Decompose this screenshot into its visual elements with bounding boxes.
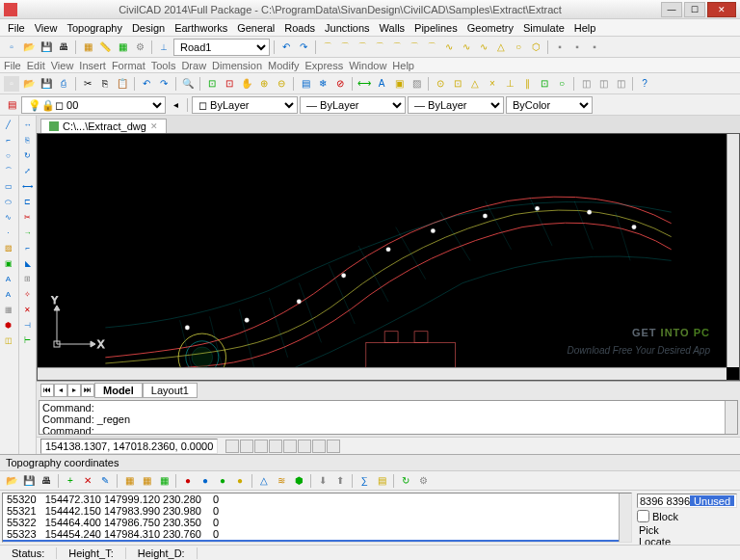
polyline-icon[interactable]: ⌐ — [1, 133, 15, 147]
command-window[interactable]: Command: Command: _regen Command: — [39, 400, 738, 435]
road-icon[interactable]: ⟂ — [156, 40, 172, 55]
coord-row-selected[interactable]: 55325 154459.630 147998.840 230.580 0 — [3, 540, 631, 543]
spline-icon[interactable]: ∿ — [1, 210, 15, 225]
surf-icon[interactable]: ⬢ — [1, 318, 15, 333]
table-icon[interactable]: ▦ — [1, 303, 15, 317]
curve9-icon[interactable]: ∿ — [459, 40, 474, 55]
lwt-toggle[interactable] — [312, 440, 326, 453]
rotate-icon[interactable]: ↻ — [20, 148, 35, 163]
osnap-toggle[interactable] — [283, 440, 297, 453]
curve4-icon[interactable]: ⌒ — [372, 40, 387, 55]
menu-roads[interactable]: Roads — [280, 21, 319, 35]
offset-icon[interactable]: ⊏ — [20, 195, 35, 209]
misc2-icon[interactable]: ▪ — [569, 40, 585, 55]
mtext-icon[interactable]: A — [1, 287, 15, 302]
snap6-icon[interactable]: ∥ — [519, 76, 535, 92]
curve5-icon[interactable]: ⌒ — [389, 40, 405, 55]
plotstyle-dropdown[interactable]: ByColor — [506, 96, 593, 114]
break-icon[interactable]: ⊣ — [20, 318, 35, 333]
view3d-icon[interactable]: ◫ — [578, 76, 594, 92]
mirror-icon[interactable]: ⟷ — [20, 179, 35, 194]
wire-icon[interactable]: ◫ — [613, 76, 628, 92]
copy2-icon[interactable]: ⎘ — [20, 133, 35, 147]
submenu-dimension[interactable]: Dimension — [212, 60, 262, 71]
menu-pipelines[interactable]: Pipelines — [410, 21, 462, 35]
print-icon[interactable]: 🖶 — [56, 40, 71, 55]
tab-nav-last[interactable]: ⏭ — [81, 384, 94, 397]
topo-pt3-icon[interactable]: ● — [215, 473, 230, 489]
document-tab[interactable]: C:\...\Extract_dwg ✕ — [40, 119, 167, 133]
coord-row[interactable]: 55322 154464.400 147986.750 230.350 0 — [3, 517, 631, 528]
rect-icon[interactable]: ▭ — [1, 179, 15, 194]
topo-pt4-icon[interactable]: ● — [232, 473, 248, 489]
coord-row[interactable]: 55321 154442.150 147983.990 230.980 0 — [3, 505, 631, 517]
region-icon[interactable]: ▣ — [1, 256, 15, 271]
cmd-pick[interactable]: Pick — [637, 524, 737, 536]
snap1-icon[interactable]: ⊙ — [433, 76, 448, 92]
copy-icon[interactable]: ⎘ — [97, 76, 113, 92]
curve1-icon[interactable]: ⌒ — [320, 40, 335, 55]
topo-import-icon[interactable]: ⬇ — [315, 473, 330, 489]
otrack-toggle[interactable] — [298, 440, 311, 453]
curve3-icon[interactable]: ⌒ — [355, 40, 370, 55]
submenu-edit[interactable]: Edit — [27, 60, 45, 71]
misc3-icon[interactable]: ▪ — [587, 40, 602, 55]
topo-contour-icon[interactable]: ≋ — [274, 473, 289, 489]
zoom-in-icon[interactable]: ⊕ — [256, 76, 272, 92]
menu-junctions[interactable]: Junctions — [321, 21, 373, 35]
viewport-v-scrollbar[interactable] — [727, 134, 739, 367]
dim-icon[interactable]: ⟷ — [357, 76, 372, 92]
move-icon[interactable]: ↔ — [20, 118, 35, 132]
lineweight-dropdown[interactable]: — ByLayer — [408, 96, 504, 114]
ortho-toggle[interactable] — [254, 440, 268, 453]
layers-icon[interactable]: ▦ — [80, 40, 95, 55]
topo-add-icon[interactable]: + — [63, 473, 78, 489]
curve2-icon[interactable]: ⌒ — [337, 40, 353, 55]
snap4-icon[interactable]: × — [485, 76, 500, 92]
drawing-viewport[interactable]: X Y GET INTO PC Download Free Your Desir… — [37, 133, 740, 381]
arc-icon[interactable]: ⌒ — [1, 164, 15, 178]
grid-icon[interactable]: ▦ — [115, 40, 130, 55]
linetype-dropdown[interactable]: — ByLayer — [300, 96, 406, 114]
array-icon[interactable]: ⊞ — [20, 272, 35, 286]
submenu-file[interactable]: File — [4, 60, 21, 71]
topo-pt1-icon[interactable]: ● — [180, 473, 196, 489]
shape1-icon[interactable]: △ — [493, 40, 509, 55]
save2-icon[interactable]: 💾 — [39, 76, 54, 92]
menu-walls[interactable]: Walls — [376, 21, 409, 35]
grid-toggle[interactable] — [240, 440, 253, 453]
road-selector[interactable]: Road1 — [173, 39, 270, 56]
point-icon[interactable]: · — [1, 226, 15, 240]
coordinates-list[interactable]: 55320 154472.310 147999.120 230.280 0 55… — [2, 493, 632, 543]
close-tab-icon[interactable]: ✕ — [150, 121, 158, 131]
viewport-h-scrollbar[interactable] — [38, 367, 727, 380]
layer-mgr-icon[interactable]: ▤ — [298, 76, 313, 92]
submenu-tools[interactable]: Tools — [151, 60, 176, 71]
zoom-extents-icon[interactable]: ⊡ — [222, 76, 237, 92]
topo-surf-icon[interactable]: ⬢ — [291, 473, 306, 489]
topo-tri-icon[interactable]: △ — [256, 473, 272, 489]
undo2-icon[interactable]: ↶ — [139, 76, 154, 92]
cut-icon[interactable]: ✂ — [80, 76, 95, 92]
line-icon[interactable]: ╱ — [1, 118, 15, 132]
topo-grid2-icon[interactable]: ▦ — [139, 473, 154, 489]
erase-icon[interactable]: ✕ — [20, 303, 35, 317]
new2-icon[interactable]: ▫ — [4, 76, 19, 92]
hatch-icon[interactable]: ▨ — [409, 76, 424, 92]
topo-grid1-icon[interactable]: ▦ — [121, 473, 137, 489]
polar-toggle[interactable] — [269, 440, 282, 453]
solid-icon[interactable]: ◫ — [1, 333, 15, 348]
submenu-express[interactable]: Express — [304, 60, 343, 71]
menu-design[interactable]: Design — [128, 21, 169, 35]
undo-icon[interactable]: ↶ — [278, 40, 294, 55]
coord-row[interactable]: 55320 154472.310 147999.120 230.280 0 — [3, 493, 631, 505]
new-icon[interactable]: ▫ — [4, 40, 19, 55]
snap7-icon[interactable]: ⊡ — [537, 76, 552, 92]
snap3-icon[interactable]: △ — [467, 76, 483, 92]
open2-icon[interactable]: 📂 — [21, 76, 37, 92]
block-checkbox[interactable]: Block — [637, 510, 737, 522]
paste-icon[interactable]: 📋 — [115, 76, 130, 92]
circle-icon[interactable]: ○ — [1, 148, 15, 163]
topo-print-icon[interactable]: 🖶 — [39, 473, 54, 489]
ruler-icon[interactable]: 📏 — [97, 40, 113, 55]
